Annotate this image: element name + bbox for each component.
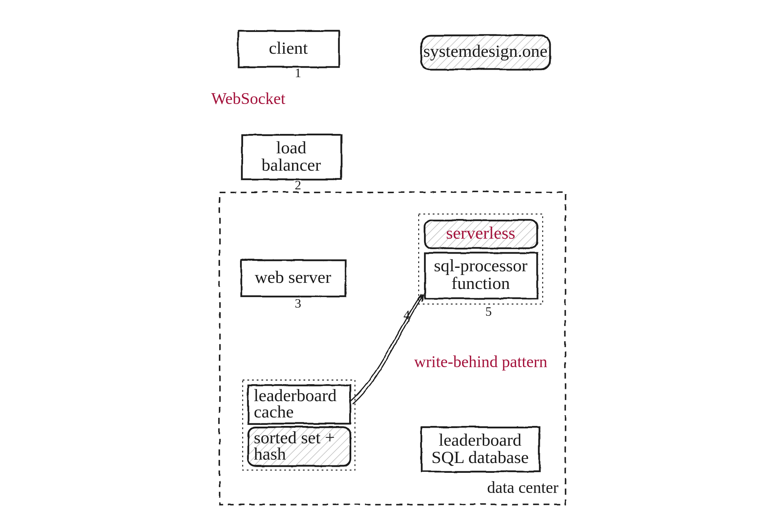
node-sorted-label-2: hash [254,444,286,463]
node-serverless-title: serverless [446,223,515,242]
node-client: client [238,30,339,67]
edge-websocket-label: WebSocket [211,89,286,107]
group-cache: leaderboard cache sorted set + hash [243,380,355,470]
node-load-balancer: load balancer [241,135,341,179]
node-database: leaderboard SQL database [421,427,539,471]
edge-write-behind-label: write-behind pattern [414,353,547,371]
edge-lb-to-web: 2 [291,178,301,257]
edge-5-number: 5 [485,304,492,319]
node-web-server: web server [241,260,345,296]
node-client-label: client [269,38,308,57]
edge-1-number: 1 [295,66,301,80]
node-db-label-1: leaderboard [439,430,522,449]
edge-cache-to-serverless: 4 [350,293,422,403]
node-sqlproc-label-2: function [451,273,510,293]
region-data-center-label: data center [487,478,559,496]
group-serverless: serverless sql-processor function [419,214,543,304]
node-sqlproc-label-1: sql-processor [434,256,527,275]
edge-3-number: 3 [295,296,301,310]
watermark-badge: systemdesign.one [421,35,549,69]
node-db-label-2: SQL database [431,447,529,467]
edge-2-number: 2 [295,178,301,192]
edge-client-to-lb: 1 WebSocket [211,66,301,133]
edge-4-number: 4 [404,308,410,322]
edge-serverless-to-db: 5 write-behind pattern [414,304,547,424]
architecture-diagram: data center systemdesign.one client 1 We… [0,0,784,532]
node-lb-label-2: balancer [261,155,321,174]
node-cache-label-2: cache [254,402,293,421]
node-lb-label-1: load [276,138,306,157]
node-web-label: web server [255,267,331,287]
watermark-text: systemdesign.one [423,41,547,61]
edge-web-to-cache: 3 [291,296,301,381]
